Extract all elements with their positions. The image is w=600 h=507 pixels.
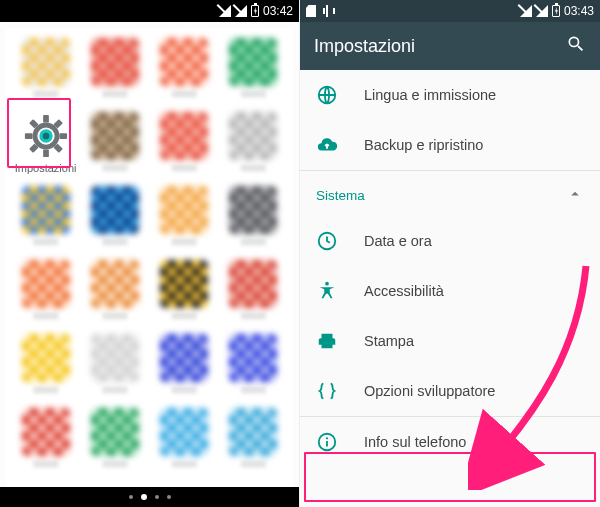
app-item[interactable]: xxxxx [222, 112, 285, 182]
app-item[interactable]: xxxxx [83, 334, 146, 404]
row-label: Accessibilità [364, 283, 444, 299]
row-backup-restore[interactable]: Backup e ripristino [300, 120, 600, 170]
app-item[interactable]: xxxxx [153, 408, 216, 478]
row-label: Opzioni sviluppatore [364, 383, 495, 399]
gear-icon [22, 112, 70, 160]
status-bar: 03:42 [0, 0, 299, 22]
cloud-upload-icon [316, 134, 338, 156]
app-item[interactable]: xxxxx [14, 38, 77, 108]
status-bar: 03:43 [300, 0, 600, 22]
search-icon[interactable] [566, 34, 586, 59]
row-label: Backup e ripristino [364, 137, 483, 153]
app-item[interactable]: xxxxx [153, 334, 216, 404]
app-item[interactable]: xxxxx [222, 408, 285, 478]
app-item[interactable]: xxxxx [83, 186, 146, 256]
page-indicator [0, 487, 299, 507]
accessibility-icon [316, 280, 338, 302]
no-sim-icon [520, 5, 532, 17]
app-item[interactable]: xxxxx [83, 260, 146, 330]
svg-rect-3 [25, 133, 33, 139]
app-item[interactable]: xxxxx [222, 38, 285, 108]
app-item[interactable]: xxxxx [153, 38, 216, 108]
row-developer-options[interactable]: Opzioni sviluppatore [300, 366, 600, 416]
globe-icon [316, 84, 338, 106]
usb-debug-icon [322, 5, 332, 17]
printer-icon [316, 330, 338, 352]
chevron-up-icon [566, 185, 584, 206]
phone-right-settings: 03:43 Impostazioni Lingua e immissione B… [300, 0, 600, 507]
app-item[interactable]: xxxxx [14, 334, 77, 404]
svg-rect-2 [43, 149, 49, 157]
settings-list: Lingua e immissione Backup e ripristino … [300, 70, 600, 507]
row-printing[interactable]: Stampa [300, 316, 600, 366]
braces-icon [316, 380, 338, 402]
page-title: Impostazioni [314, 36, 566, 57]
svg-point-14 [325, 282, 329, 286]
app-item[interactable]: xxxxx [153, 186, 216, 256]
app-item[interactable]: xxxxx [83, 38, 146, 108]
row-label: Info sul telefono [364, 434, 466, 450]
svg-rect-1 [43, 115, 49, 123]
app-settings[interactable]: Impostazioni [14, 112, 77, 182]
row-date-time[interactable]: Data e ora [300, 216, 600, 266]
app-item[interactable]: xxxxx [222, 186, 285, 256]
app-settings-label: Impostazioni [15, 162, 77, 174]
row-accessibility[interactable]: Accessibilità [300, 266, 600, 316]
app-item[interactable]: xxxxx [222, 334, 285, 404]
battery-charging-icon [251, 5, 259, 17]
info-icon [316, 431, 338, 453]
status-time: 03:43 [564, 4, 594, 18]
row-label: Lingua e immissione [364, 87, 496, 103]
app-drawer: xxxxx xxxxx xxxxx xxxxx [0, 22, 299, 487]
svg-point-17 [326, 437, 328, 439]
app-item[interactable]: xxxxx [153, 112, 216, 182]
battery-charging-icon [552, 5, 560, 17]
app-item[interactable]: xxxxx [83, 112, 146, 182]
sd-card-icon [306, 5, 316, 17]
svg-point-11 [42, 133, 49, 140]
row-label: Stampa [364, 333, 414, 349]
row-about-phone[interactable]: Info sul telefono [300, 417, 600, 467]
app-bar: Impostazioni [300, 22, 600, 70]
no-sim-icon [219, 5, 231, 17]
app-item[interactable]: xxxxx [14, 408, 77, 478]
app-item[interactable]: xxxxx [14, 186, 77, 256]
no-signal-icon [536, 5, 548, 17]
row-language-input[interactable]: Lingua e immissione [300, 70, 600, 120]
status-time: 03:42 [263, 4, 293, 18]
section-system[interactable]: Sistema [300, 171, 600, 216]
section-label: Sistema [316, 188, 365, 203]
no-signal-icon [235, 5, 247, 17]
app-item[interactable]: xxxxx [222, 260, 285, 330]
row-label: Data e ora [364, 233, 432, 249]
app-item[interactable]: xxxxx [14, 260, 77, 330]
app-item[interactable]: xxxxx [153, 260, 216, 330]
clock-icon [316, 230, 338, 252]
phone-left-app-drawer: 03:42 xxxxx xxxxx xxxxx xxxxx [0, 0, 300, 507]
svg-rect-4 [59, 133, 67, 139]
app-item[interactable]: xxxxx [83, 408, 146, 478]
